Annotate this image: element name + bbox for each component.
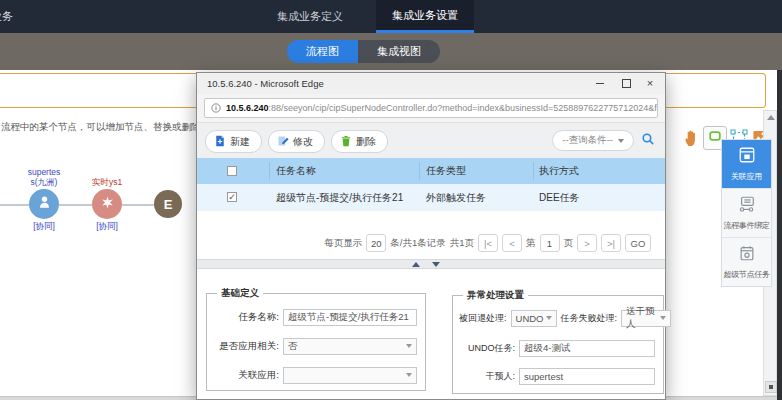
pane-splitter[interactable]	[197, 259, 665, 269]
url-path: :88/seeyon/cip/cipSuperNodeController.do…	[269, 103, 658, 113]
basic-definition-fieldset: 基础定义 任务名称: 超级节点-预提交/执行任务21 是否应用相关: 否 关联应…	[206, 293, 426, 391]
undo-task-field[interactable]: 超级4-测试	[519, 340, 655, 357]
panel-item-super-node-task[interactable]: 超级节点任务	[722, 238, 771, 286]
node1-sublabel: [协同]	[12, 221, 76, 233]
topbar-left-label: 业务	[0, 0, 13, 33]
handler-label: 干预人:	[459, 370, 515, 383]
select-all-checkbox[interactable]	[227, 166, 237, 176]
page-input[interactable]: 1	[540, 234, 560, 252]
chevron-down-icon	[406, 373, 412, 377]
toolbar-buttons: 新建 修改 删除	[205, 130, 388, 153]
app-screen: 业务 集成业务定义 集成业务设置 流程图 集成视图 流程中的某个节点，可以增加节…	[0, 0, 782, 400]
flow-event-icon	[738, 195, 756, 217]
splitter-down-icon[interactable]	[429, 261, 443, 267]
cell-exec-mode: DEE任务	[539, 184, 580, 211]
task-name-label: 任务名称:	[213, 311, 279, 324]
page-suffix: 页	[564, 237, 574, 250]
linked-app-icon	[738, 146, 756, 168]
trash-icon	[340, 135, 352, 149]
node2-sublabel: [协同]	[75, 221, 139, 233]
url-bar[interactable]: 10.5.6.240 :88/seeyon/cip/cipSuperNodeCo…	[204, 98, 658, 118]
total-pages-label: 共1页	[450, 237, 474, 250]
flow-node-end[interactable]: E	[154, 190, 182, 218]
task-fail-select[interactable]: 送干预人	[621, 310, 671, 327]
right-side-panel: 关联应用 流程事件绑定 超级节点任务	[721, 139, 772, 287]
basic-definition-legend: 基础定义	[217, 287, 263, 300]
rollback-select[interactable]: UNDO	[511, 310, 557, 327]
flow-node-trigger[interactable]	[92, 189, 122, 219]
exception-settings-fieldset: 异常处理设置 被回退处理: UNDO 任务失败处理: 送干预人 UNDO任务: …	[452, 295, 664, 394]
chevron-down-icon	[546, 316, 552, 320]
per-page-input[interactable]: 20	[366, 234, 386, 252]
flow-connector	[0, 204, 29, 206]
tab-integration-settings[interactable]: 集成业务设置	[376, 0, 474, 33]
integration-view-button[interactable]: 集成视图	[358, 40, 440, 63]
flow-connector	[122, 204, 154, 206]
view-switch-bar: 流程图 集成视图	[0, 33, 782, 70]
flow-connector	[59, 204, 92, 206]
top-nav-bar: 业务 集成业务定义 集成业务设置	[0, 0, 782, 33]
node-task-icon	[738, 244, 756, 266]
task-fail-label: 任务失败处理:	[561, 312, 618, 325]
hint-text: 流程中的某个节点，可以增加节点、替换或删除当前节点、复制当	[1, 121, 196, 134]
flow-node-person[interactable]	[29, 189, 59, 219]
query-condition-dropdown[interactable]: --查询条件--	[552, 130, 634, 151]
cell-task-name: 超级节点-预提交/执行任务21	[276, 184, 403, 211]
panel-item-flow-event-binding[interactable]: 流程事件绑定	[722, 189, 771, 238]
cell-task-type: 外部触发任务	[426, 184, 486, 211]
go-button[interactable]: GO	[625, 234, 651, 252]
row-checkbox[interactable]: ✓	[227, 192, 237, 202]
popup-titlebar: 10.5.6.240 - Microsoft Edge ×	[197, 73, 665, 94]
rollback-label: 被回退处理:	[459, 312, 507, 325]
close-icon[interactable]: ×	[637, 73, 663, 94]
popup-url-row: 10.5.6.240 :88/seeyon/cip/cipSuperNodeCo…	[197, 94, 665, 123]
modify-button[interactable]: 修改	[268, 130, 325, 153]
maximize-icon[interactable]	[613, 73, 639, 94]
search-icon[interactable]	[641, 132, 655, 150]
app-related-select[interactable]: 否	[283, 338, 417, 355]
pagination: 每页显示 20 条/共1条记录 共1页 |< < 第 1 页 > >| GO	[324, 233, 651, 253]
task-name-field[interactable]: 超级节点-预提交/执行任务21	[283, 309, 417, 326]
popup-toolbar: 新建 修改 删除 --查询条件--	[197, 123, 665, 158]
header-exec-mode: 执行方式	[539, 158, 579, 184]
last-page-button[interactable]: >|	[601, 234, 621, 252]
new-button[interactable]: 新建	[205, 130, 262, 153]
app-related-label: 是否应用相关:	[213, 340, 279, 353]
table-header: 任务名称 任务类型 执行方式	[197, 158, 665, 184]
end-node-label: E	[164, 197, 173, 212]
delete-button[interactable]: 删除	[331, 130, 388, 153]
url-host: 10.5.6.240	[226, 103, 269, 113]
linked-app-select[interactable]	[283, 367, 417, 384]
panel-item-linked-app[interactable]: 关联应用	[722, 140, 771, 189]
query-area: --查询条件--	[552, 130, 655, 151]
next-page-button[interactable]: >	[577, 234, 597, 252]
popup-title: 10.5.6.240 - Microsoft Edge	[207, 73, 324, 94]
handler-field[interactable]: supertest	[519, 368, 655, 385]
scroll-up-icon[interactable]	[767, 115, 775, 120]
chevron-down-icon	[660, 316, 666, 320]
chevron-down-icon	[618, 139, 624, 143]
page-prefix: 第	[526, 237, 536, 250]
info-icon	[211, 99, 221, 117]
first-page-button[interactable]: |<	[478, 234, 498, 252]
undo-task-label: UNDO任务:	[459, 342, 515, 355]
edge-popup-window: 10.5.6.240 - Microsoft Edge × 10.5.6.240…	[196, 72, 666, 400]
minimize-icon[interactable]	[587, 73, 613, 94]
header-task-type: 任务类型	[426, 158, 466, 184]
header-task-name: 任务名称	[276, 158, 316, 184]
per-page-label: 每页显示	[324, 237, 362, 250]
flow-diagram-button[interactable]: 流程图	[287, 40, 358, 63]
node2-label: 实时ys1	[75, 177, 139, 187]
tab-integration-definition[interactable]: 集成业务定义	[266, 0, 354, 33]
linked-app-label: 关联应用:	[213, 369, 279, 382]
view-pill-group: 流程图 集成视图	[287, 40, 440, 63]
node1-label: supertes s(九洲)	[12, 167, 76, 187]
prev-page-button[interactable]: <	[502, 234, 522, 252]
window-edge-strip	[777, 70, 782, 400]
person-icon	[36, 194, 53, 215]
pan-hand-icon[interactable]	[683, 128, 699, 147]
star-icon	[100, 195, 115, 214]
splitter-up-icon[interactable]	[409, 261, 423, 267]
scrollbar-corner[interactable]	[765, 381, 777, 393]
table-row[interactable]: ✓ 超级节点-预提交/执行任务21 外部触发任务 DEE任务	[197, 184, 665, 211]
